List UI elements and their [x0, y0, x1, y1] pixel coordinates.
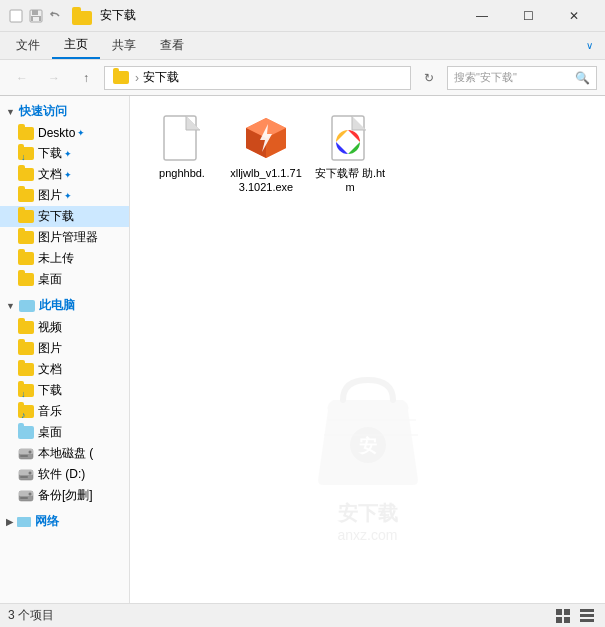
sidebar-item-docs2[interactable]: 文档 — [0, 359, 129, 380]
sidebar-item-anxia[interactable]: 安下载 — [0, 206, 129, 227]
sidebar-item-diskd[interactable]: 软件 (D:) — [0, 464, 129, 485]
sidebar-item-picmanager[interactable]: 图片管理器 — [0, 227, 129, 248]
folder-desktop2-icon — [18, 272, 34, 288]
menu-tab-home[interactable]: 主页 — [52, 32, 100, 59]
sidebar: ▼ 快速访问 Deskto ✦ ↓ 下载 ✦ 文档 — [0, 96, 130, 603]
file-icon-pnghhbd — [158, 114, 206, 162]
window-title: 安下载 — [100, 7, 459, 24]
quick-access-header[interactable]: ▼ 快速访问 — [0, 100, 129, 123]
main-area: ▼ 快速访问 Deskto ✦ ↓ 下载 ✦ 文档 — [0, 96, 605, 603]
svg-point-7 — [29, 450, 32, 453]
back-button[interactable]: ← — [8, 64, 36, 92]
pc-header[interactable]: ▼ 此电脑 — [0, 294, 129, 317]
up-button[interactable]: ↑ — [72, 64, 100, 92]
search-box[interactable]: 搜索"安下载" 🔍 — [447, 66, 597, 90]
pin-icon: ✦ — [77, 128, 85, 138]
hdd-d-icon — [18, 467, 34, 483]
svg-text:安: 安 — [358, 435, 377, 456]
file-label-exe: xlljwlb_v1.1.713.1021.exe — [230, 166, 302, 195]
sidebar-item-desktop3[interactable]: 桌面 — [0, 422, 129, 443]
sidebar-item-download2[interactable]: ↓ 下载 — [0, 380, 129, 401]
svg-rect-12 — [20, 476, 28, 478]
sidebar-item-label: 图片 — [38, 340, 62, 357]
sidebar-item-pictures[interactable]: 图片 ✦ — [0, 185, 129, 206]
sidebar-item-download[interactable]: ↓ 下载 ✦ — [0, 143, 129, 164]
svg-rect-35 — [556, 617, 562, 623]
maximize-button[interactable]: ☐ — [505, 0, 551, 32]
file-item-exe[interactable]: xlljwlb_v1.1.713.1021.exe — [226, 108, 306, 201]
sidebar-item-unuploaded[interactable]: 未上传 — [0, 248, 129, 269]
svg-rect-16 — [20, 497, 28, 499]
watermark-sub: anxz.com — [338, 527, 398, 543]
forward-button[interactable]: → — [40, 64, 68, 92]
folder-unuploaded-icon — [18, 251, 34, 267]
folder-pictures2-icon — [18, 341, 34, 357]
file-icon-exe — [242, 114, 290, 162]
menu-tab-view[interactable]: 查看 — [148, 33, 196, 58]
sidebar-item-label: 下载 — [38, 145, 62, 162]
folder-music-icon: ♪ — [18, 404, 34, 420]
file-label-pnghhbd: pnghhbd. — [159, 166, 205, 180]
folder-desktop3-icon — [18, 425, 34, 441]
sidebar-item-label: 视频 — [38, 319, 62, 336]
address-path[interactable]: › 安下载 — [104, 66, 411, 90]
sidebar-item-desktop[interactable]: Deskto ✦ — [0, 123, 129, 143]
sidebar-item-pictures2[interactable]: 图片 — [0, 338, 129, 359]
list-view-button[interactable] — [553, 606, 573, 626]
svg-point-17 — [350, 427, 386, 463]
title-controls[interactable]: — ☐ ✕ — [459, 0, 597, 32]
svg-rect-33 — [556, 609, 562, 615]
sidebar-item-videos[interactable]: 视频 — [0, 317, 129, 338]
refresh-button[interactable]: ↻ — [415, 64, 443, 92]
sidebar-item-label: 图片管理器 — [38, 229, 98, 246]
network-header[interactable]: ▶ 网络 — [0, 510, 129, 533]
sidebar-item-label: 本地磁盘 ( — [38, 445, 93, 462]
sidebar-item-desktop2[interactable]: 桌面 — [0, 269, 129, 290]
folder-download-icon: ↓ — [18, 146, 34, 162]
sidebar-item-label: 桌面 — [38, 424, 62, 441]
svg-rect-38 — [580, 614, 594, 617]
quick-access-label: 快速访问 — [19, 103, 67, 120]
svg-point-15 — [29, 492, 32, 495]
close-button[interactable]: ✕ — [551, 0, 597, 32]
title-bar: 安下载 — ☐ ✕ — [0, 0, 605, 32]
folder-videos-icon — [18, 320, 34, 336]
address-bar: ← → ↑ › 安下载 ↻ 搜索"安下载" 🔍 — [0, 60, 605, 96]
file-item-htm[interactable]: 安下载帮 助.htm — [310, 108, 390, 201]
status-bar: 3 个项目 — [0, 603, 605, 627]
sidebar-item-docs[interactable]: 文档 ✦ — [0, 164, 129, 185]
sidebar-item-label: 文档 — [38, 166, 62, 183]
hdd-c-icon — [18, 446, 34, 462]
sidebar-item-backup[interactable]: 备份[勿删] — [0, 485, 129, 506]
path-separator: › — [135, 71, 139, 85]
watermark-text: 安下载 — [338, 500, 398, 527]
detail-view-button[interactable] — [577, 606, 597, 626]
menu-bar: 文件 主页 共享 查看 ∨ — [0, 32, 605, 60]
svg-point-11 — [29, 471, 32, 474]
toolbar-expand-icon[interactable]: ∨ — [578, 36, 601, 55]
folder-docs-icon — [18, 167, 34, 183]
svg-rect-0 — [10, 10, 22, 22]
search-placeholder: 搜索"安下载" — [454, 70, 517, 85]
search-icon: 🔍 — [575, 71, 590, 85]
menu-tab-file[interactable]: 文件 — [4, 33, 52, 58]
sidebar-item-label: 未上传 — [38, 250, 74, 267]
file-grid: pnghhbd. xlljwlb_v1.1.713.1021.exe — [138, 104, 597, 205]
path-current: 安下载 — [143, 69, 179, 86]
minimize-button[interactable]: — — [459, 0, 505, 32]
menu-tab-share[interactable]: 共享 — [100, 33, 148, 58]
save-icon — [28, 8, 44, 24]
sidebar-item-label: 下载 — [38, 382, 62, 399]
file-item-pnghhbd[interactable]: pnghhbd. — [142, 108, 222, 201]
sidebar-item-label: 文档 — [38, 361, 62, 378]
svg-rect-36 — [564, 617, 570, 623]
pc-label: 此电脑 — [39, 297, 75, 314]
item-count: 3 个项目 — [8, 607, 54, 624]
sidebar-item-localdisk[interactable]: 本地磁盘 ( — [0, 443, 129, 464]
sidebar-item-music[interactable]: ♪ 音乐 — [0, 401, 129, 422]
window-icon — [8, 8, 24, 24]
folder-title-icon — [72, 7, 92, 25]
status-bar-right — [553, 606, 597, 626]
sidebar-item-label: 图片 — [38, 187, 62, 204]
folder-pictures-icon — [18, 188, 34, 204]
